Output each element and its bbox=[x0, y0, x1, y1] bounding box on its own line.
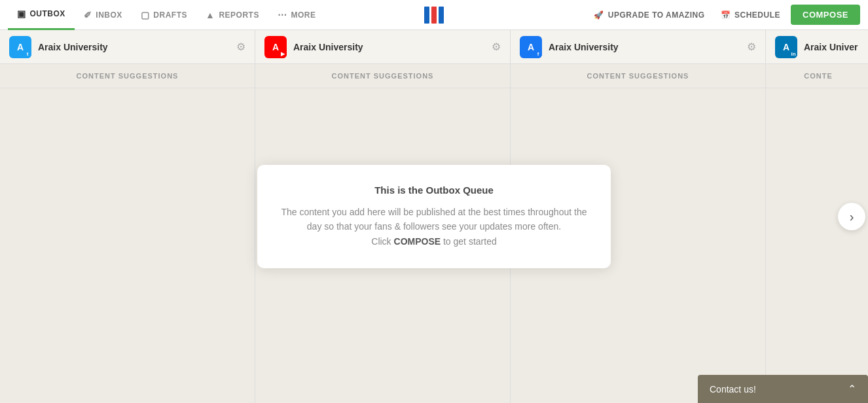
logo-bar-1 bbox=[424, 7, 429, 24]
compose-button[interactable]: COMPOSE bbox=[791, 5, 860, 25]
compose-label: COMPOSE bbox=[803, 10, 848, 20]
nav-outbox[interactable]: ▣ OUTBOX bbox=[8, 0, 75, 30]
account-info-youtube: A ▶ Araix University bbox=[264, 36, 363, 58]
facebook-badge: f bbox=[533, 50, 542, 58]
column-header-facebook: A f Araix University ⚙ bbox=[511, 30, 765, 64]
outbox-label: OUTBOX bbox=[30, 9, 65, 18]
content-suggestions-label-youtube: CONTENT SUGGESTIONS bbox=[255, 64, 510, 88]
settings-icon-youtube[interactable]: ⚙ bbox=[492, 41, 501, 53]
nav-right-actions: 🚀 UPGRADE TO AMAZING 📅 SCHEDULE COMPOSE bbox=[588, 5, 860, 25]
logo-bar-2 bbox=[431, 7, 437, 24]
drafts-icon: ▢ bbox=[141, 10, 150, 20]
column-body-twitter bbox=[0, 88, 255, 403]
inbox-icon: ✐ bbox=[84, 10, 92, 20]
schedule-label: SCHEDULE bbox=[734, 10, 780, 20]
inbox-label: INBOX bbox=[96, 10, 122, 20]
account-name-facebook: Araix University bbox=[549, 42, 619, 52]
contact-us-bar[interactable]: Contact us! ⌃ bbox=[698, 375, 868, 403]
nav-reports[interactable]: ▲ REPORTS bbox=[196, 0, 268, 30]
avatar-youtube: A ▶ bbox=[264, 36, 287, 58]
upgrade-button[interactable]: 🚀 UPGRADE TO AMAZING bbox=[588, 10, 710, 20]
account-name-linkedin: Araix Univer bbox=[804, 42, 858, 52]
top-navigation: ▣ OUTBOX ✐ INBOX ▢ DRAFTS ▲ REPORTS ⋯ MO… bbox=[0, 0, 868, 30]
calendar-icon: 📅 bbox=[721, 10, 731, 20]
brand-logo bbox=[424, 7, 444, 24]
drafts-label: DRAFTS bbox=[153, 10, 187, 20]
upgrade-label: UPGRADE TO AMAZING bbox=[608, 10, 705, 20]
chevron-right-icon: › bbox=[850, 209, 854, 224]
account-info-twitter: A t Araix University bbox=[9, 36, 108, 58]
contact-chevron-icon[interactable]: ⌃ bbox=[848, 383, 856, 395]
reports-label: REPORTS bbox=[219, 10, 259, 20]
outbox-info-modal: This is the Outbox Queue The content you… bbox=[257, 165, 611, 268]
account-name-youtube: Araix University bbox=[293, 42, 363, 52]
more-label: MORE bbox=[291, 10, 316, 20]
account-info-linkedin: A in Araix Univer bbox=[775, 36, 858, 58]
avatar-twitter: A t bbox=[9, 36, 31, 58]
modal-body-text1: The content you add here will be publish… bbox=[281, 207, 587, 232]
modal-body-text2: Click bbox=[371, 236, 393, 247]
modal-title: This is the Outbox Queue bbox=[281, 184, 587, 196]
columns-wrapper: A t Araix University ⚙ CONTENT SUGGESTIO… bbox=[0, 30, 868, 403]
column-header-linkedin: A in Araix Univer bbox=[766, 30, 868, 64]
modal-compose-text: COMPOSE bbox=[394, 236, 441, 247]
content-suggestions-label-facebook: CONTENT SUGGESTIONS bbox=[511, 64, 765, 88]
content-suggestions-label-twitter: CONTENT SUGGESTIONS bbox=[0, 64, 255, 88]
account-name-twitter: Araix University bbox=[38, 42, 108, 52]
settings-icon-facebook[interactable]: ⚙ bbox=[747, 41, 756, 53]
logo-bar-3 bbox=[439, 7, 444, 24]
more-icon: ⋯ bbox=[278, 10, 287, 20]
column-header-twitter: A t Araix University ⚙ bbox=[0, 30, 255, 64]
next-arrow-button[interactable]: › bbox=[838, 203, 865, 230]
nav-drafts[interactable]: ▢ DRAFTS bbox=[132, 0, 196, 30]
rocket-icon: 🚀 bbox=[594, 10, 604, 20]
nav-more[interactable]: ⋯ MORE bbox=[268, 0, 325, 30]
column-header-youtube: A ▶ Araix University ⚙ bbox=[255, 30, 510, 64]
schedule-button[interactable]: 📅 SCHEDULE bbox=[715, 10, 786, 20]
modal-body-text3: to get started bbox=[441, 236, 497, 247]
account-info-facebook: A f Araix University bbox=[520, 36, 619, 58]
content-suggestions-label-linkedin: CONTE bbox=[766, 64, 868, 88]
settings-icon-twitter[interactable]: ⚙ bbox=[236, 41, 245, 53]
twitter-badge: t bbox=[23, 50, 31, 58]
nav-items: ▣ OUTBOX ✐ INBOX ▢ DRAFTS ▲ REPORTS ⋯ MO… bbox=[8, 0, 325, 30]
youtube-badge: ▶ bbox=[278, 50, 287, 58]
contact-us-label: Contact us! bbox=[710, 384, 756, 394]
modal-body: The content you add here will be publish… bbox=[281, 205, 587, 249]
reports-icon: ▲ bbox=[206, 10, 215, 20]
column-twitter: A t Araix University ⚙ CONTENT SUGGESTIO… bbox=[0, 30, 255, 403]
linkedin-badge: in bbox=[789, 50, 797, 58]
outbox-icon: ▣ bbox=[17, 9, 26, 19]
column-body-linkedin bbox=[766, 88, 868, 403]
nav-inbox[interactable]: ✐ INBOX bbox=[75, 0, 132, 30]
avatar-facebook: A f bbox=[520, 36, 542, 58]
avatar-linkedin: A in bbox=[775, 36, 797, 58]
